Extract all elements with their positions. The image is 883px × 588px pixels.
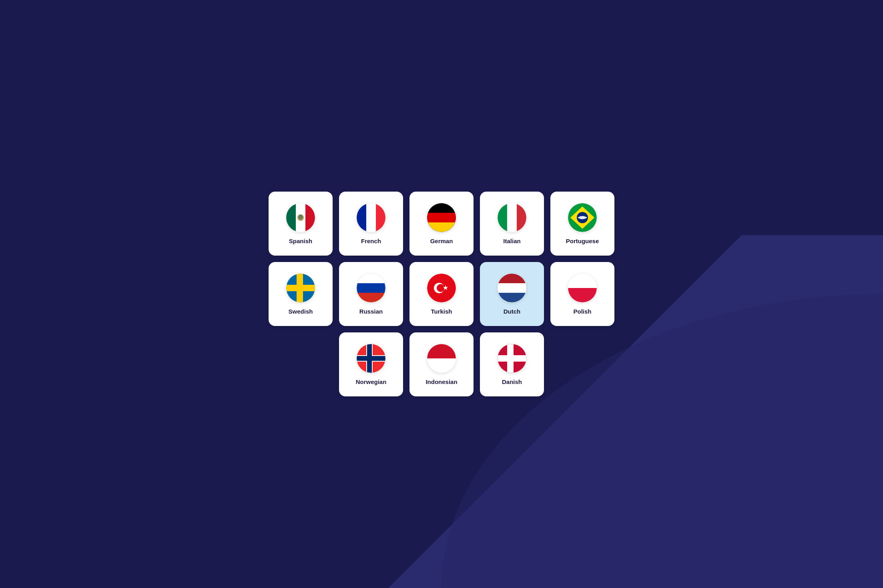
svg-rect-15 xyxy=(517,203,526,232)
language-row-2: Swedish Russian xyxy=(269,262,614,326)
lang-card-dutch[interactable]: Dutch xyxy=(480,262,544,326)
lang-label-dutch: Dutch xyxy=(504,308,521,315)
lang-label-russian: Russian xyxy=(359,308,383,315)
svg-rect-5 xyxy=(366,203,376,232)
flag-german xyxy=(427,203,456,232)
svg-rect-50 xyxy=(427,344,456,358)
flag-turkish xyxy=(427,274,456,302)
lang-card-russian[interactable]: Russian xyxy=(339,262,403,326)
flag-italian xyxy=(498,203,526,232)
svg-rect-13 xyxy=(498,203,507,232)
lang-label-spanish: Spanish xyxy=(289,238,312,244)
svg-rect-24 xyxy=(297,274,303,302)
svg-rect-27 xyxy=(357,283,385,293)
svg-rect-11 xyxy=(427,222,456,232)
lang-label-swedish: Swedish xyxy=(289,308,313,315)
lang-label-polish: Polish xyxy=(573,308,591,315)
flag-norwegian xyxy=(357,344,385,373)
lang-card-indonesian[interactable]: Indonesian xyxy=(409,332,474,396)
language-row-3: Norwegian Indonesian xyxy=(269,332,614,396)
language-grid: Spanish French xyxy=(253,176,630,412)
lang-card-polish[interactable]: Polish xyxy=(550,262,614,326)
svg-rect-38 xyxy=(498,293,526,302)
lang-label-norwegian: Norwegian xyxy=(356,378,387,385)
lang-card-norwegian[interactable]: Norwegian xyxy=(339,332,403,396)
language-row-1: Spanish French xyxy=(269,192,614,256)
flag-indonesian xyxy=(427,344,456,373)
flag-portuguese xyxy=(568,203,597,232)
flag-dutch xyxy=(498,274,526,302)
lang-card-swedish[interactable]: Swedish xyxy=(269,262,333,326)
svg-rect-36 xyxy=(498,274,526,283)
svg-rect-54 xyxy=(507,344,514,373)
lang-card-italian[interactable]: Italian xyxy=(480,192,544,256)
lang-label-french: French xyxy=(361,238,381,244)
lang-label-german: German xyxy=(430,238,453,244)
svg-rect-28 xyxy=(357,293,385,302)
svg-rect-14 xyxy=(507,203,517,232)
lang-label-italian: Italian xyxy=(503,238,520,244)
svg-rect-37 xyxy=(498,283,526,293)
flag-russian xyxy=(357,274,385,302)
lang-card-german[interactable]: German xyxy=(409,192,474,256)
svg-rect-41 xyxy=(568,288,597,302)
flag-swedish xyxy=(286,274,315,302)
flag-polish xyxy=(568,274,597,302)
lang-label-turkish: Turkish xyxy=(431,308,452,315)
lang-card-turkish[interactable]: Turkish xyxy=(409,262,474,326)
svg-point-3 xyxy=(299,214,303,219)
flag-french xyxy=(357,203,385,232)
lang-label-indonesian: Indonesian xyxy=(425,378,457,385)
lang-card-spanish[interactable]: Spanish xyxy=(269,192,333,256)
lang-label-danish: Danish xyxy=(502,378,522,385)
svg-rect-47 xyxy=(367,344,372,373)
flag-danish xyxy=(498,344,526,373)
svg-rect-10 xyxy=(427,213,456,222)
lang-card-danish[interactable]: Danish xyxy=(480,332,544,396)
svg-point-32 xyxy=(437,284,445,292)
flag-spanish xyxy=(286,203,315,232)
lang-card-french[interactable]: French xyxy=(339,192,403,256)
lang-card-portuguese[interactable]: Portuguese xyxy=(550,192,614,256)
lang-label-portuguese: Portuguese xyxy=(566,238,599,244)
